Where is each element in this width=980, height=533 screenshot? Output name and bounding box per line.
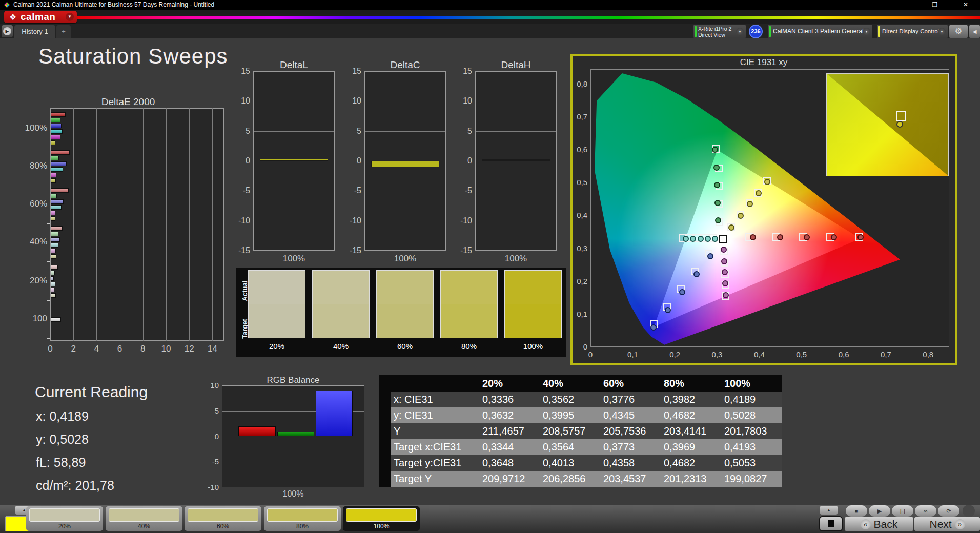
x-tick-label: 0,4 — [749, 350, 769, 359]
table-cell: 199,0827 — [724, 471, 781, 487]
x-tick-label: 0 — [580, 350, 601, 359]
pattern-tile-button-20%[interactable]: 20% — [26, 506, 103, 531]
deltac-title: DeltaC — [364, 59, 446, 71]
swatch-target — [505, 304, 561, 338]
pattern-tile-button-60%[interactable]: 60% — [185, 506, 261, 531]
chevron-down-icon: ▼ — [736, 28, 744, 35]
y-tick-label: -10 — [455, 216, 472, 225]
x-tick-label: 10 — [157, 344, 175, 354]
cie-measured-point-magenta — [722, 280, 728, 286]
table-row-label: Y — [394, 423, 478, 439]
y-tick-label: -15 — [233, 246, 250, 255]
y-tick-label: -5 — [233, 186, 250, 195]
y-tick-label: 0,6 — [567, 145, 587, 154]
meter-count-badge[interactable]: 236 — [749, 25, 763, 38]
deltae-plot-area — [50, 108, 224, 341]
deltae-bar — [51, 140, 55, 145]
table-header-cell: 20% — [482, 377, 539, 392]
pattern-tile-swatch — [109, 508, 179, 522]
gridline — [254, 101, 334, 101]
cie-measured-point-blue — [665, 307, 671, 313]
cie-measured-point-red — [777, 234, 783, 240]
minimize-button[interactable]: – — [895, 0, 917, 10]
current-reading-line: fL: 58,89 — [36, 455, 86, 470]
x-tick-label: 0,2 — [665, 350, 685, 359]
swatch-actual — [505, 271, 561, 304]
add-tab-button[interactable]: + — [56, 25, 71, 38]
deltae-bar — [51, 156, 59, 160]
display-window-button[interactable] — [819, 516, 843, 531]
page-title: Saturation Sweeps — [38, 44, 228, 69]
swatch-target — [313, 304, 369, 338]
x-tick-label: 0,3 — [707, 350, 727, 359]
play-button[interactable]: ▶ — [869, 505, 890, 517]
rgb-bar-blue — [316, 391, 353, 437]
workflow-expand-button[interactable]: ▶ — [2, 25, 13, 37]
y-tick-label: 5 — [455, 127, 472, 136]
cie-measured-point-green — [713, 165, 720, 171]
gridline — [222, 437, 364, 437]
meter-dropdown[interactable]: X-Rite i1Pro 2Direct View ▼ — [693, 25, 746, 38]
gridline — [365, 131, 445, 132]
table-cell: 0,4682 — [664, 455, 720, 471]
display-control-dropdown[interactable]: Direct Display Control ▼ — [877, 25, 948, 38]
deltae-bar — [51, 129, 63, 134]
calman-menu-button[interactable]: ❖ calman ▼ — [4, 11, 77, 23]
app-icon — [4, 2, 10, 8]
expand-control-panel-button[interactable]: ▲ — [820, 506, 838, 515]
y-tick-label: 15 — [455, 67, 472, 76]
y-tick-label: -5 — [344, 186, 361, 195]
pattern-generator-dropdown[interactable]: CalMAN Client 3 Pattern Generator ▼ — [768, 25, 872, 38]
table-cell: 0,4193 — [724, 439, 781, 455]
deltae-chart-title: DeltaE 2000 — [77, 96, 179, 108]
deltae-bar — [51, 237, 60, 242]
pattern-tile-button-40%[interactable]: 40% — [106, 506, 182, 531]
cie-measured-point-yellow — [764, 179, 770, 185]
pattern-tile-label: 100% — [343, 523, 420, 530]
gear-icon: ⚙ — [955, 27, 962, 35]
table-cell: 0,4189 — [724, 392, 781, 407]
deltae-bar — [51, 249, 56, 253]
axis-tick — [47, 110, 50, 110]
y-tick-label: 0,3 — [567, 244, 587, 253]
refresh-button[interactable]: ⟳ — [938, 505, 959, 517]
settings-button[interactable]: ⚙ — [949, 25, 968, 38]
cie-measured-point-magenta — [723, 292, 729, 298]
deltae-bar — [51, 173, 56, 177]
restore-button[interactable]: ❐ — [924, 0, 946, 10]
tab-history-1[interactable]: History 1 — [14, 25, 55, 38]
y-tick-label: 0 — [344, 156, 361, 166]
table-corner-column — [379, 375, 391, 487]
chevron-double-right-icon: » — [955, 519, 965, 529]
group-label: 40% — [9, 237, 47, 247]
pattern-tile-button-80%[interactable]: 80% — [264, 506, 341, 531]
table-cell: 0,3969 — [664, 439, 720, 455]
collapse-panel-button[interactable]: ◀ — [969, 25, 980, 38]
table-row-label: y: CIE31 — [394, 407, 478, 423]
table-cell: 209,9712 — [482, 471, 539, 487]
loop-button[interactable]: ∞ — [915, 505, 936, 517]
table-cell: 0,4013 — [543, 455, 599, 471]
deltac-xlabel: 100% — [364, 254, 446, 264]
gridline — [254, 131, 334, 132]
back-button[interactable]: « Back — [845, 517, 913, 531]
stop-button[interactable]: ■ — [846, 505, 867, 517]
y-tick-label: 0,1 — [567, 310, 587, 318]
gridline — [365, 191, 445, 191]
cie-zoom-inset — [826, 73, 949, 176]
swatch-cell — [248, 270, 305, 338]
frame-button[interactable]: [·] — [892, 505, 913, 517]
table-row-label: Target y:CIE31 — [394, 455, 478, 471]
group-label: 20% — [9, 276, 47, 286]
chevron-down-icon[interactable]: ▼ — [66, 13, 74, 21]
pattern-tile-label: 80% — [264, 523, 341, 530]
x-tick-label: 0,5 — [791, 350, 812, 359]
gridline — [365, 221, 445, 221]
swatch-actual — [249, 271, 305, 304]
close-button[interactable]: ✕ — [954, 0, 977, 10]
actual-target-swatch-panel: Actual Target 20%40%60%80%100% — [236, 268, 566, 357]
pattern-tile-button-100%[interactable]: 100% — [343, 506, 420, 531]
table-cell: 0,3336 — [482, 392, 539, 407]
next-button[interactable]: Next » — [914, 517, 980, 531]
y-tick-label: 5 — [233, 127, 250, 136]
